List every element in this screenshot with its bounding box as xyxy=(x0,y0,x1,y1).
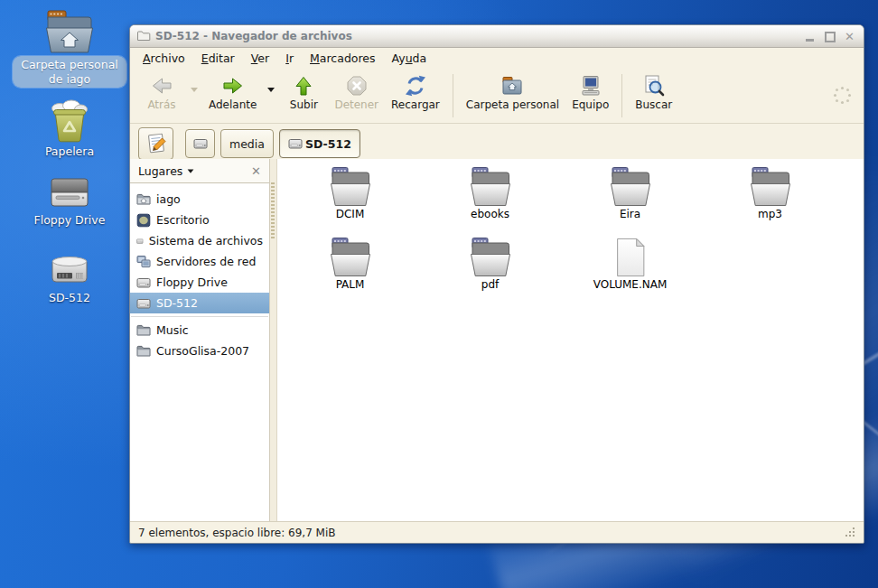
window-content: Lugares ✕ iago Escritorio Sistema de arc… xyxy=(130,159,864,522)
home-button[interactable]: Carpeta personal xyxy=(460,70,565,121)
path-button-media[interactable]: media xyxy=(220,129,274,158)
desktop-icon xyxy=(136,213,151,228)
file-item-ebooks[interactable]: ebooks xyxy=(420,165,560,236)
maximize-button[interactable] xyxy=(822,30,837,43)
back-arrow-icon xyxy=(150,73,173,98)
file-view[interactable]: DCIM ebooks Eira mp3 PALM xyxy=(277,159,864,522)
chevron-down-icon xyxy=(267,88,275,92)
sidebar-close-button[interactable]: ✕ xyxy=(248,164,264,178)
sidebar-item-escritorio[interactable]: Escritorio xyxy=(130,210,269,230)
folder-icon xyxy=(469,237,512,278)
file-item-dcim[interactable]: DCIM xyxy=(280,165,420,236)
file-item-palm[interactable]: PALM xyxy=(280,236,420,306)
file-grid: DCIM ebooks Eira mp3 PALM xyxy=(280,165,864,306)
chevron-down-icon xyxy=(191,88,198,92)
places-list: iago Escritorio Sistema de archivos Serv… xyxy=(130,183,269,361)
search-button[interactable]: Buscar xyxy=(629,70,678,121)
desktop-icon-label: SD-512 xyxy=(49,291,90,305)
home-folder-icon xyxy=(45,9,94,54)
drive-icon xyxy=(136,275,151,290)
pane-splitter[interactable] xyxy=(270,159,277,522)
titlebar[interactable]: SD-512 - Navegador de archivos ✕ xyxy=(130,25,864,48)
network-icon xyxy=(136,255,151,269)
path-button-sd512[interactable]: SD-512 xyxy=(279,129,360,158)
statusbar: 7 elementos, espacio libre: 69,7 MiB xyxy=(130,521,864,543)
splitter-grip-icon xyxy=(271,182,275,240)
toolbar: Atrás Adelante Subir Detener Recargar Ca… xyxy=(130,69,864,124)
floppy-drive-icon xyxy=(48,173,91,211)
toolbar-separator xyxy=(621,74,622,117)
maximize-icon xyxy=(825,32,836,42)
sidebar-item-iago[interactable]: iago xyxy=(130,189,269,210)
close-icon: ✕ xyxy=(845,31,855,43)
home-folder-icon xyxy=(136,192,151,207)
folder-icon xyxy=(329,166,372,208)
folder-icon xyxy=(609,166,652,208)
sidebar-separator xyxy=(131,316,268,317)
up-arrow-icon xyxy=(292,73,315,98)
resize-grip[interactable] xyxy=(845,527,855,537)
desktop-icon-floppy[interactable]: Floppy Drive xyxy=(13,173,126,228)
status-text: 7 elementos, espacio libre: 69,7 MiB xyxy=(138,527,336,539)
reload-button[interactable]: Recargar xyxy=(385,70,446,121)
chevron-down-icon xyxy=(188,169,194,173)
file-icon xyxy=(612,237,649,278)
desktop-icon-label: Carpeta personal de iago xyxy=(13,56,126,88)
computer-icon xyxy=(579,73,602,98)
folder-icon xyxy=(749,166,792,208)
sidebar-item-sd512[interactable]: SD-512 xyxy=(130,293,269,313)
menu-ayuda[interactable]: Ayuda xyxy=(384,50,435,67)
drive-icon xyxy=(193,136,208,151)
sidebar-item-music[interactable]: Music xyxy=(130,320,269,341)
desktop-icon-label: Floppy Drive xyxy=(34,213,106,228)
file-item-mp3[interactable]: mp3 xyxy=(700,165,840,236)
file-manager-window: SD-512 - Navegador de archivos ✕ Archivo… xyxy=(129,24,864,544)
folder-icon xyxy=(329,237,372,278)
drive-icon xyxy=(288,136,303,151)
sidebar-item-filesystem[interactable]: Sistema de archivos xyxy=(130,230,269,251)
forward-dropdown-button[interactable] xyxy=(263,58,279,121)
file-item-volume-nam[interactable]: VOLUME.NAM xyxy=(560,236,700,306)
drive-icon xyxy=(136,296,151,311)
back-dropdown-button[interactable] xyxy=(186,58,202,121)
file-item-eira[interactable]: Eira xyxy=(560,165,700,236)
up-button[interactable]: Subir xyxy=(279,70,328,121)
forward-button[interactable]: Adelante xyxy=(202,70,263,121)
path-button-root[interactable] xyxy=(185,129,215,158)
minimize-button[interactable] xyxy=(802,30,817,43)
forward-arrow-icon xyxy=(221,73,245,98)
desktop-icon-label: Papelera xyxy=(45,145,94,159)
activity-throbber xyxy=(831,84,855,107)
sidebar-item-floppy[interactable]: Floppy Drive xyxy=(130,272,269,293)
folder-icon xyxy=(469,166,512,208)
folder-icon xyxy=(136,323,151,338)
minimize-icon xyxy=(806,39,814,42)
refresh-icon xyxy=(404,73,427,98)
stop-button[interactable]: Detener xyxy=(328,70,385,121)
desktop-icon-trash[interactable]: Papelera xyxy=(13,98,126,159)
drive-icon xyxy=(136,234,144,248)
window-title: SD-512 - Navegador de archivos xyxy=(155,30,798,42)
toggle-location-entry-button[interactable] xyxy=(138,127,173,160)
trash-icon xyxy=(48,98,91,143)
search-icon xyxy=(642,73,666,98)
places-selector[interactable]: Lugares ✕ xyxy=(130,159,269,183)
menu-archivo[interactable]: Archivo xyxy=(135,50,193,67)
close-button[interactable]: ✕ xyxy=(842,30,857,43)
folder-icon xyxy=(136,344,151,359)
menu-marcadores[interactable]: Marcadores xyxy=(302,50,384,67)
computer-button[interactable]: Equipo xyxy=(565,70,615,121)
home-folder-icon xyxy=(500,73,524,98)
sidebar: Lugares ✕ iago Escritorio Sistema de arc… xyxy=(130,159,270,522)
sidebar-item-network[interactable]: Servidores de red xyxy=(130,251,269,272)
sidebar-item-cursoglisa[interactable]: CursoGlisa-2007 xyxy=(130,341,269,361)
menu-ir[interactable]: Ir xyxy=(277,50,302,67)
window-folder-icon xyxy=(136,29,151,43)
desktop-icon-home[interactable]: Carpeta personal de iago xyxy=(13,9,126,88)
edit-location-icon xyxy=(145,132,168,155)
back-button[interactable]: Atrás xyxy=(137,70,186,121)
file-item-pdf[interactable]: pdf xyxy=(420,236,560,306)
desktop-icon-sd512[interactable]: SD-512 xyxy=(13,251,126,305)
stop-icon xyxy=(345,73,369,98)
menubar: Archivo Editar Ver Ir Marcadores Ayuda xyxy=(130,48,864,69)
